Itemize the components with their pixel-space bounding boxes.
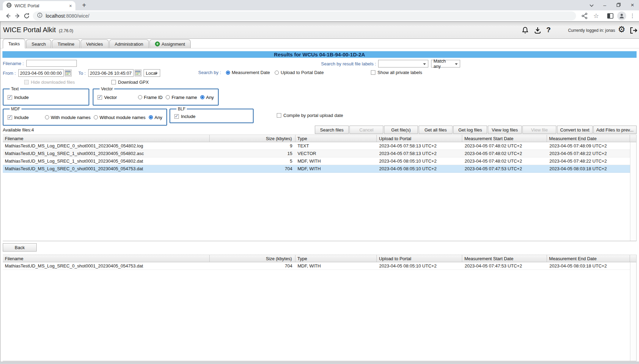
col-filename[interactable]: Filename [3, 135, 210, 142]
help-icon[interactable]: ? [546, 26, 551, 34]
download-gpx-row: Download GPX [111, 80, 149, 85]
get-all-files-button[interactable]: Get all files [419, 126, 453, 134]
col-filename[interactable]: Filename [3, 255, 210, 262]
available-files-table: Filename Size (kbytes) Type Upload to Po… [3, 135, 637, 241]
measurement-date-radio[interactable] [226, 71, 230, 75]
text-include-checkbox[interactable] [8, 95, 12, 100]
reload-icon[interactable] [23, 12, 30, 20]
bookmark-star-icon[interactable]: ☆ [592, 12, 600, 20]
tab-tasks[interactable]: Tasks [3, 39, 25, 48]
col-upload[interactable]: Upload to Portal [377, 255, 462, 262]
settings-gear-icon[interactable]: ⚙ [618, 25, 626, 34]
browser-tab[interactable]: WICE Portal × [3, 1, 75, 10]
url-bar[interactable]: localhost:8080/wice/ [33, 11, 576, 20]
to-date-input[interactable] [88, 69, 134, 77]
col-upload[interactable]: Upload to Portal [377, 135, 462, 142]
frame-name-radio[interactable] [166, 95, 170, 99]
mdf-include-checkbox[interactable] [8, 115, 12, 120]
table-scrollbar-track[interactable] [630, 262, 636, 361]
show-private-checkbox[interactable] [371, 70, 375, 75]
col-type[interactable]: Type [295, 135, 377, 142]
tab-close-icon[interactable]: × [69, 3, 72, 8]
table-row[interactable]: MathiasTestUD_MS_Log_SREC_0_shot0001_202… [3, 262, 636, 270]
col-size[interactable]: Size (kbytes) [210, 255, 295, 262]
get-files-button[interactable]: Get file(s) [384, 126, 418, 134]
match-select[interactable]: Match any [431, 60, 460, 67]
without-modules-radio[interactable] [94, 115, 98, 119]
url-text: localhost:8080/wice/ [46, 13, 89, 19]
notifications-bell-icon[interactable] [521, 26, 529, 36]
back-button[interactable]: Back [3, 243, 37, 252]
tab-vehicles[interactable]: Vehicles [81, 39, 108, 48]
get-log-files-button[interactable]: Get log files [453, 126, 487, 134]
tab-assignment[interactable]: +Assignment [149, 39, 191, 48]
labels-select[interactable] [378, 60, 428, 67]
table-row[interactable]: MathiasTestUD_MS_Log_SREC_1_shot0001_202… [3, 150, 636, 157]
compile-row: Compile by portal upload date [277, 113, 343, 118]
search-by-row: Search by : Measurement Date Upload to P… [198, 70, 324, 75]
window-close-button[interactable]: × [628, 1, 637, 10]
with-modules-radio[interactable] [45, 115, 49, 119]
available-files-text: Available files:4 [3, 127, 34, 133]
mdf-any-radio[interactable] [149, 115, 153, 119]
col-spacer [630, 135, 636, 142]
convert-to-text-button[interactable]: Convert to text [557, 126, 593, 134]
search-files-button[interactable]: Search files [315, 126, 349, 134]
files-table-header: Filename Size (kbytes) Type Upload to Po… [3, 135, 636, 142]
vector-any-radio[interactable] [200, 95, 204, 99]
show-private-label: Show all private labels [377, 70, 422, 75]
tab-administration[interactable]: Administration [109, 39, 149, 48]
private-labels-row: Show all private labels [371, 70, 422, 75]
upload-date-radio[interactable] [275, 71, 279, 75]
frame-id-radio[interactable] [138, 95, 142, 99]
app-header: WICE Portal Alkit(2.76.0) ? Currently lo… [0, 21, 639, 39]
table-row-selected[interactable]: MathiasTestUD_MS_Log_SREC_0_shot0001_202… [3, 165, 636, 173]
window-minimize-button[interactable]: – [600, 1, 609, 10]
col-meas-end[interactable]: Measurement End Date [547, 135, 630, 142]
share-icon[interactable] [581, 12, 589, 21]
col-meas-end[interactable]: Measurement End Date [547, 255, 630, 262]
col-size[interactable]: Size (kbytes) [210, 135, 295, 142]
table-scrollbar-track[interactable] [630, 142, 636, 241]
blf-group: BLF Include [170, 107, 254, 123]
labels-filter-row: Search by result file labels : Match any [321, 60, 460, 67]
filename-input[interactable] [26, 60, 77, 67]
window-maximize-button[interactable] [614, 1, 623, 10]
table-row[interactable]: MathiasTestUD_MS_Log_DREC_0_shot0001_202… [3, 142, 636, 150]
profile-avatar[interactable] [617, 11, 626, 20]
text-group-legend: Text [10, 87, 20, 91]
timezone-select[interactable]: Local [144, 69, 160, 77]
filename-label: Filename : [3, 61, 24, 66]
url-host: localhost [46, 13, 65, 19]
from-date-input[interactable] [18, 69, 64, 77]
tab-timeline[interactable]: Timeline [52, 39, 80, 48]
tab-search[interactable]: Search [26, 39, 51, 48]
cancel-button: Cancel [349, 126, 383, 134]
page-left-edge [0, 21, 0, 362]
to-calendar-icon[interactable] [135, 70, 142, 76]
forward-arrow-icon[interactable] [14, 12, 21, 20]
add-files-to-prev-button[interactable]: Add Files to prev... [593, 126, 637, 134]
side-panel-icon[interactable] [606, 12, 614, 21]
selected-table-header: Filename Size (kbytes) Type Upload to Po… [3, 255, 636, 262]
col-meas-start[interactable]: Measurement Start Date [462, 135, 547, 142]
text-group: Text Include [3, 87, 89, 106]
blf-include-checkbox[interactable] [174, 114, 179, 119]
download-gpx-checkbox[interactable] [111, 80, 116, 84]
app-version: (2.76.0) [59, 28, 73, 33]
download-icon[interactable] [533, 26, 542, 36]
browser-menu-icon[interactable]: ⋮ [630, 12, 635, 20]
logout-icon[interactable] [629, 26, 638, 36]
back-arrow-icon[interactable] [4, 12, 12, 20]
new-tab-button[interactable]: + [80, 1, 89, 10]
col-type[interactable]: Type [295, 255, 377, 262]
info-icon[interactable] [37, 12, 43, 19]
table-row[interactable]: MathiasTestUD_MS_Log_SREC_1_shot0001_202… [3, 157, 636, 165]
compile-checkbox[interactable] [277, 113, 281, 118]
blf-group-legend: BLF [176, 107, 187, 111]
vector-include-checkbox[interactable] [98, 95, 102, 100]
col-meas-start[interactable]: Measurement Start Date [462, 255, 547, 262]
globe-favicon-icon [6, 2, 12, 9]
from-calendar-icon[interactable] [65, 70, 72, 76]
tab-search-chevron-icon[interactable] [587, 1, 596, 10]
